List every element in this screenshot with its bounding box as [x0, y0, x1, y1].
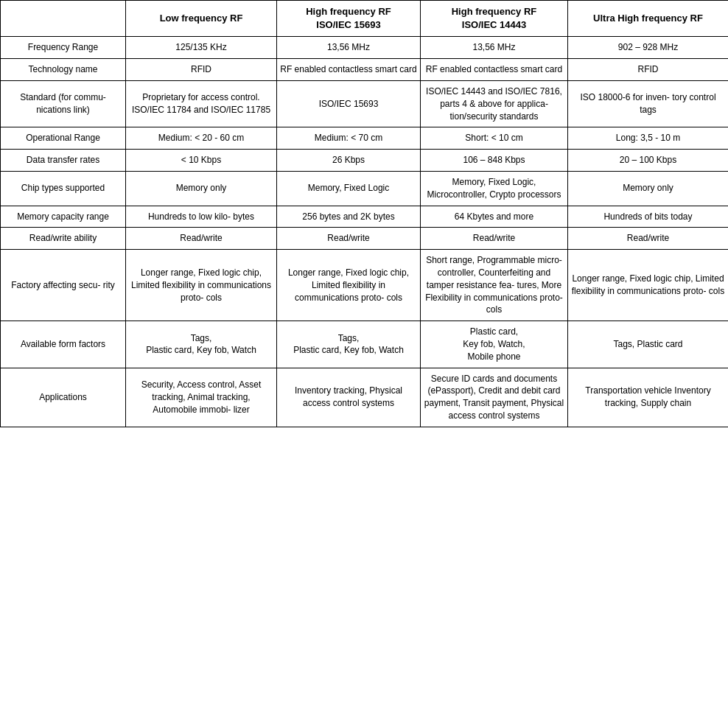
- cell: Read/write: [421, 228, 568, 250]
- table-row: Factory affecting secu- rityLonger range…: [1, 250, 729, 321]
- header-hf2: High frequency RFISO/IEC 14443: [421, 1, 568, 37]
- cell: 902 – 928 MHz: [568, 37, 729, 59]
- table-row: Available form factorsTags,Plastic card,…: [1, 321, 729, 368]
- cell: 106 – 848 Kbps: [421, 150, 568, 172]
- cell: RFID: [126, 59, 277, 81]
- cell: ISO 18000-6 for inven- tory control tags: [568, 80, 729, 127]
- row-label: Operational Range: [1, 127, 126, 150]
- cell: ISO/IEC 15693: [277, 80, 421, 127]
- cell: RF enabled contactless smart card: [421, 59, 568, 81]
- row-label: Applications: [1, 368, 126, 427]
- cell: Longer range, Fixed logic chip, Limited …: [568, 250, 729, 321]
- header-label: [1, 1, 126, 37]
- cell: Memory, Fixed Logic, Microcontroller, Cr…: [421, 171, 568, 206]
- cell: 13,56 MHz: [421, 37, 568, 59]
- cell: Memory only: [568, 171, 729, 206]
- cell: Tags,Plastic card, Key fob, Watch: [126, 321, 277, 368]
- row-label: Read/write ability: [1, 228, 126, 250]
- row-label: Standard (for commu- nications link): [1, 80, 126, 127]
- cell: Read/write: [568, 228, 729, 250]
- cell: Tags,Plastic card, Key fob, Watch: [277, 321, 421, 368]
- header-uhf: Ultra High frequency RF: [568, 1, 729, 37]
- cell: ISO/IEC 14443 and ISO/IEC 7816, parts 4 …: [421, 80, 568, 127]
- cell: 64 Kbytes and more: [421, 206, 568, 228]
- row-label: Chip types supported: [1, 171, 126, 206]
- table-row: Standard (for commu- nications link)Prop…: [1, 80, 729, 127]
- cell: RF enabled contactless smart card: [277, 59, 421, 81]
- cell: Transportation vehicle Inventory trackin…: [568, 368, 729, 427]
- cell: Proprietary for access control. ISO/IEC …: [126, 80, 277, 127]
- table-row: Memory capacity rangeHundreds to low kil…: [1, 206, 729, 228]
- cell: RFID: [568, 59, 729, 81]
- header-lf: Low frequency RF: [126, 1, 277, 37]
- cell: Hundreds to low kilo- bytes: [126, 206, 277, 228]
- row-label: Available form factors: [1, 321, 126, 368]
- cell: Memory, Fixed Logic: [277, 171, 421, 206]
- cell: < 10 Kbps: [126, 150, 277, 172]
- cell: 256 bytes and 2K bytes: [277, 206, 421, 228]
- cell: Secure ID cards and documents (ePassport…: [421, 368, 568, 427]
- cell: Read/write: [277, 228, 421, 250]
- cell: Long: 3,5 - 10 m: [568, 127, 729, 150]
- table-row: Technology nameRFIDRF enabled contactles…: [1, 59, 729, 81]
- comparison-table: Low frequency RF High frequency RFISO/IE…: [0, 0, 728, 427]
- table-row: Operational RangeMedium: < 20 - 60 cmMed…: [1, 127, 729, 150]
- table-row: Chip types supportedMemory onlyMemory, F…: [1, 171, 729, 206]
- table-row: Frequency Range125/135 KHz13,56 MHz13,56…: [1, 37, 729, 59]
- cell: Plastic card,Key fob, Watch,Mobile phone: [421, 321, 568, 368]
- table-row: ApplicationsSecurity, Access control, As…: [1, 368, 729, 427]
- cell: Longer range, Fixed logic chip, Limited …: [126, 250, 277, 321]
- table-row: Read/write abilityRead/writeRead/writeRe…: [1, 228, 729, 250]
- row-label: Frequency Range: [1, 37, 126, 59]
- cell: Memory only: [126, 171, 277, 206]
- cell: Short range, Programmable micro- control…: [421, 250, 568, 321]
- cell: Hundreds of bits today: [568, 206, 729, 228]
- row-label: Technology name: [1, 59, 126, 81]
- cell: Tags, Plastic card: [568, 321, 729, 368]
- cell: Medium: < 20 - 60 cm: [126, 127, 277, 150]
- cell: Read/write: [126, 228, 277, 250]
- cell: 13,56 MHz: [277, 37, 421, 59]
- row-label: Memory capacity range: [1, 206, 126, 228]
- cell: Longer range, Fixed logic chip, Limited …: [277, 250, 421, 321]
- cell: Security, Access control, Asset tracking…: [126, 368, 277, 427]
- header-hf1: High frequency RFISO/IEC 15693: [277, 1, 421, 37]
- cell: Inventory tracking, Physical access cont…: [277, 368, 421, 427]
- table-row: Data transfer rates< 10 Kbps26 Kbps106 –…: [1, 150, 729, 172]
- cell: Medium: < 70 cm: [277, 127, 421, 150]
- cell: 125/135 KHz: [126, 37, 277, 59]
- cell: 26 Kbps: [277, 150, 421, 172]
- cell: 20 – 100 Kbps: [568, 150, 729, 172]
- row-label: Data transfer rates: [1, 150, 126, 172]
- cell: Short: < 10 cm: [421, 127, 568, 150]
- row-label: Factory affecting secu- rity: [1, 250, 126, 321]
